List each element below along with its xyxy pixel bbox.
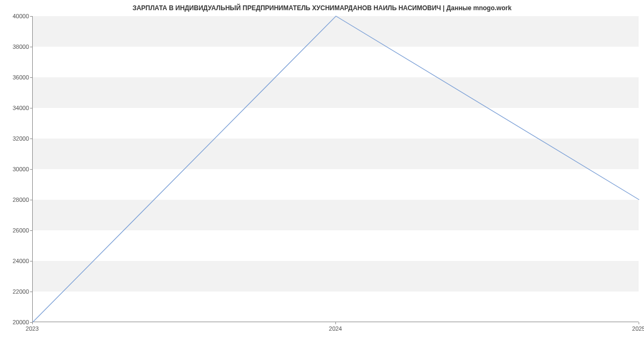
x-tick-mark [32,322,33,324]
plot-area [32,16,639,322]
y-tick-mark [30,169,32,170]
y-tick-mark [30,292,32,292]
x-tick-label: 2023 [26,325,39,332]
y-tick-label: 24000 [3,258,29,264]
y-tick-mark [30,47,32,47]
y-tick-label: 20000 [3,319,29,325]
y-tick-mark [30,230,32,231]
y-tick-label: 36000 [3,74,29,81]
data-line [33,16,639,322]
y-tick-label: 30000 [3,166,29,172]
y-tick-label: 38000 [3,43,29,50]
y-tick-mark [30,139,32,139]
x-tick-mark [335,322,336,324]
y-tick-label: 22000 [3,288,29,295]
y-tick-mark [30,108,32,108]
y-tick-label: 28000 [3,197,29,203]
y-tick-label: 40000 [3,13,29,19]
y-tick-mark [30,16,32,17]
chart-title: ЗАРПЛАТА В ИНДИВИДУАЛЬНЫЙ ПРЕДПРИНИМАТЕЛ… [0,0,644,14]
x-tick-mark [639,322,639,324]
y-tick-mark [30,261,32,261]
y-tick-mark [30,77,32,78]
y-tick-label: 26000 [3,227,29,234]
y-tick-mark [30,200,32,200]
y-tick-label: 32000 [3,135,29,142]
chart: ЗАРПЛАТА В ИНДИВИДУАЛЬНЫЙ ПРЕДПРИНИМАТЕЛ… [0,0,644,349]
y-tick-label: 34000 [3,105,29,111]
x-tick-label: 2024 [329,325,342,332]
x-tick-label: 2025 [632,325,644,332]
line-path-svg [33,16,639,322]
